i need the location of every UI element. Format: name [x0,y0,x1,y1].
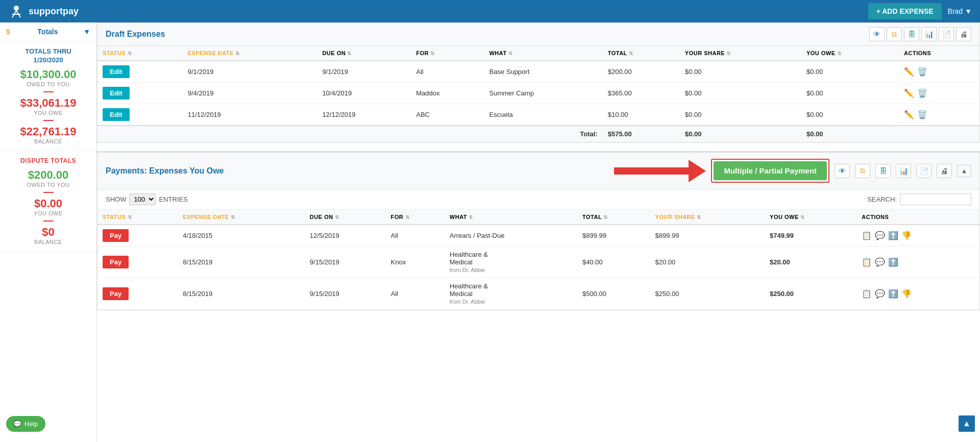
pay-actions-cell: 📋 💬 ⬆️ 👎 [856,278,979,310]
pay-what-cell: Arrears / Past-Due [445,225,577,247]
print-button[interactable]: 🖨 [956,27,971,41]
draft-for-cell: Maddox [411,83,484,104]
pcol-your-share[interactable]: Your Share [650,210,765,225]
pay-you-owe-cell: $749.99 [765,225,856,247]
col-status[interactable]: Status [97,46,183,61]
draft-table-row: Edit 9/4/2019 10/4/2019 Maddox Summer Ca… [97,83,979,104]
edit-button-0[interactable]: Edit [103,65,130,78]
delete-icon-2[interactable]: 🗑️ [917,110,927,119]
pay-status-cell: Pay [97,278,178,310]
edit-icon-0[interactable]: ✏️ [904,67,914,77]
comment-icon-1[interactable]: 💬 [875,257,885,267]
comment-icon-0[interactable]: 💬 [875,231,885,240]
draft-what-cell: Summer Camp [484,83,602,104]
copy-icon-2[interactable]: 📋 [862,289,872,299]
search-input[interactable] [900,193,971,205]
upload-icon-0[interactable]: ⬆️ [888,231,898,240]
pcol-expense-date[interactable]: Expense Date [178,210,305,225]
col-due-on[interactable]: Due On [317,46,411,61]
pay-button-2[interactable]: Pay [103,287,129,300]
payments-database-button[interactable]: 🗄 [875,164,891,178]
delete-icon-1[interactable]: 🗑️ [917,88,927,98]
add-expense-button[interactable]: + ADD EXPENSE [868,3,942,19]
comment-icon-2[interactable]: 💬 [875,289,885,299]
payments-pdf-button[interactable]: 📄 [916,164,932,178]
copy-icon-1[interactable]: 📋 [862,257,872,267]
draft-toolbar: 👁 ⧉ 🗄 📊 📄 🖨 [869,27,971,41]
pcol-status[interactable]: Status [97,210,178,225]
edit-button-1[interactable]: Edit [103,87,130,100]
pcol-what[interactable]: What [445,210,577,225]
totals-thru-date: 1/20/2020 [6,56,90,64]
upload-icon-1[interactable]: ⬆️ [888,257,898,267]
payments-view-button[interactable]: 👁 [835,164,850,178]
edit-icon-2[interactable]: ✏️ [904,110,914,119]
upload-icon-2[interactable]: ⬆️ [888,289,898,299]
sidebar-totals-header[interactable]: $ Totals ▼ [0,22,96,41]
totals-thru-section: TOTALS THRU 1/20/2020 $10,300.00 Owed to… [0,41,96,151]
copy-icon-0[interactable]: 📋 [862,231,872,240]
user-name: Brad [948,7,963,15]
entries-select[interactable]: 100 25 50 All [129,193,156,205]
pay-expense-date-cell: 8/15/2019 [178,247,305,278]
user-menu[interactable]: Brad ▼ [948,7,972,15]
draft-section-title: Draft Expenses [106,30,165,39]
payments-copy-button[interactable]: ⧉ [855,164,870,178]
logo: supportpay [8,3,79,19]
show-entries-row: SHOW 100 25 50 All ENTRIES SEARCH: [97,189,979,210]
pay-what-cell: Healthcare &Medicalfrom Dr. Abbie [445,278,577,310]
pay-button-0[interactable]: Pay [103,229,129,242]
copy-button[interactable]: ⧉ [887,27,902,41]
payments-table-row: Pay 8/15/2019 9/15/2019 Knox Healthcare … [97,247,979,278]
multiple-partial-payment-button[interactable]: Multiple / Partial Payment [714,161,827,180]
pcol-total[interactable]: Total [577,210,650,225]
scroll-to-top-button[interactable]: ▲ [959,415,975,432]
col-what[interactable]: What [484,46,602,61]
sidebar: $ Totals ▼ TOTALS THRU 1/20/2020 $10,300… [0,22,97,442]
payments-print-button[interactable]: 🖨 [937,164,952,178]
draft-what-cell: Escuela [484,104,602,126]
pcol-due-on[interactable]: Due On [305,210,386,225]
edit-icon-1[interactable]: ✏️ [904,88,914,98]
chat-icon: 💬 [13,420,21,428]
pcol-you-owe[interactable]: You Owe [765,210,856,225]
payments-header-controls: Multiple / Partial Payment 👁 ⧉ 🗄 📊 📄 🖨 ▲ [614,159,971,183]
thumbsdown-icon-0[interactable]: 👎 [901,231,912,240]
totals-label: Totals [37,28,58,36]
owed-to-you-label: Owed to You [6,81,90,87]
edit-button-2[interactable]: Edit [103,108,130,121]
draft-expense-date-cell: 9/1/2019 [183,61,317,83]
draft-total-your-share: $0.00 [680,126,801,142]
draft-you-owe-cell: $0.00 [801,104,899,126]
dispute-owed-amount: $200.00 [6,168,90,182]
draft-status-cell: Edit [97,83,183,104]
payments-section: Payments: Expenses You Owe Multiple / Pa… [97,151,980,310]
delete-icon-0[interactable]: 🗑️ [917,67,927,77]
help-button[interactable]: 💬 Help [6,416,45,432]
pay-expense-date-cell: 8/15/2019 [178,278,305,310]
balance-amount: $22,761.19 [6,125,90,138]
draft-due-on-cell: 9/1/2019 [317,61,411,83]
thumbsdown-icon-2[interactable]: 👎 [901,289,912,299]
draft-your-share-cell: $0.00 [680,83,801,104]
payments-excel-button[interactable]: 📊 [896,164,911,178]
col-expense-date[interactable]: Expense Date [183,46,317,61]
excel-button[interactable]: 📊 [921,27,937,41]
pcol-actions: Actions [856,210,979,225]
payments-collapse-button[interactable]: ▲ [957,165,971,177]
draft-you-owe-cell: $0.00 [801,83,899,104]
pay-you-owe-cell: $20.00 [765,247,856,278]
col-for[interactable]: For [411,46,484,61]
pcol-for[interactable]: For [386,210,445,225]
database-button[interactable]: 🗄 [904,27,919,41]
draft-your-share-cell: $0.00 [680,61,801,83]
col-your-share[interactable]: Your Share [680,46,801,61]
draft-total-total: $575.00 [603,126,680,142]
view-button[interactable]: 👁 [869,27,885,41]
pay-button-1[interactable]: Pay [103,256,129,268]
dispute-balance-amount: $0 [6,226,90,239]
col-total[interactable]: Total [603,46,680,61]
dollar-icon: $ [6,28,10,36]
col-you-owe[interactable]: You Owe [801,46,899,61]
pdf-button[interactable]: 📄 [939,27,954,41]
